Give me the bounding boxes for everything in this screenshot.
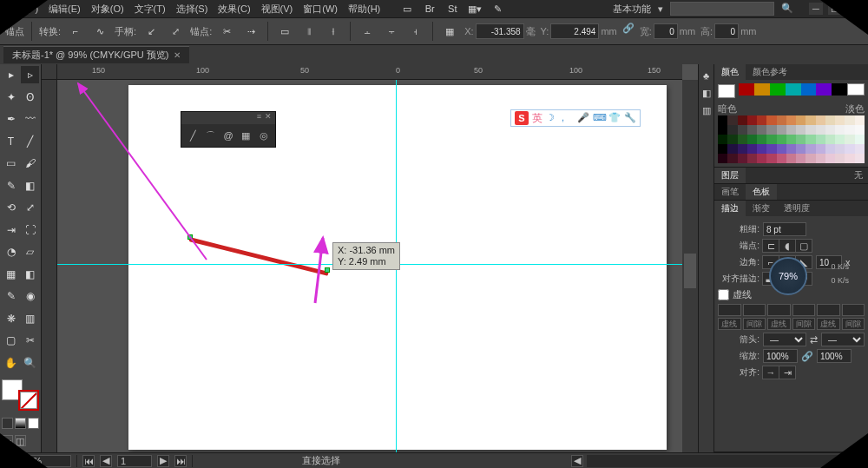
ime-tool-icon[interactable]: 🔧 bbox=[624, 112, 636, 124]
stock-icon[interactable]: St bbox=[443, 0, 462, 18]
dashed-checkbox[interactable] bbox=[718, 289, 729, 300]
swatch-cell[interactable] bbox=[738, 154, 747, 163]
swatch-cell[interactable] bbox=[757, 144, 766, 154]
swatch-cell[interactable] bbox=[747, 125, 757, 135]
stroke-polar-icon[interactable]: ◎ bbox=[258, 129, 270, 142]
stroke-spiral-icon[interactable]: @ bbox=[222, 129, 234, 142]
symbol-spray-tool[interactable]: ❋ bbox=[2, 310, 20, 327]
scroll-left-button[interactable]: ◀ bbox=[571, 455, 583, 467]
handle-hide-icon[interactable]: ⤢ bbox=[166, 22, 185, 41]
canvas-area[interactable]: 150 100 50 0 50 100 150 ≡✕ ╱ ⌒ @ ▦ ◎ bbox=[42, 64, 698, 452]
swatch-cell[interactable] bbox=[825, 115, 835, 125]
swatch-cell[interactable] bbox=[718, 135, 727, 144]
swatch-cell[interactable] bbox=[825, 154, 835, 163]
swatch-cell[interactable] bbox=[816, 135, 825, 144]
convert-corner-icon[interactable]: ⌐ bbox=[66, 22, 85, 41]
anchor-point-end[interactable] bbox=[325, 267, 330, 273]
remove-anchor-icon[interactable]: ✂ bbox=[217, 22, 236, 41]
ime-skin-icon[interactable]: 👕 bbox=[608, 112, 621, 124]
cap-square-icon[interactable]: ▢ bbox=[795, 239, 812, 253]
swatch-cell[interactable] bbox=[796, 154, 806, 163]
swatch-cell[interactable] bbox=[747, 144, 757, 154]
swatch-cell[interactable] bbox=[777, 154, 786, 163]
swatch-cell[interactable] bbox=[825, 135, 835, 144]
none-mode-icon[interactable] bbox=[28, 418, 39, 429]
slice-tool[interactable]: ✂ bbox=[21, 332, 39, 349]
selection-tool[interactable]: ▸ bbox=[2, 66, 20, 83]
swatch-cell[interactable] bbox=[845, 144, 854, 154]
swatch-cell[interactable] bbox=[816, 115, 825, 125]
arrange-icon[interactable]: ▦▾ bbox=[465, 0, 484, 18]
swatch-cell[interactable] bbox=[757, 125, 766, 135]
align-h-icon[interactable]: ⫴ bbox=[299, 22, 319, 41]
eraser-tool[interactable]: ◧ bbox=[21, 177, 39, 194]
menu-help[interactable]: 帮助(H) bbox=[348, 3, 380, 16]
properties-icon[interactable]: ▥ bbox=[700, 104, 713, 116]
link-scale-icon[interactable]: 🔗 bbox=[801, 351, 813, 362]
arrow-inside-icon[interactable]: ⇥ bbox=[779, 366, 796, 379]
swatch-cell[interactable] bbox=[727, 144, 737, 154]
swatch-cell[interactable] bbox=[727, 154, 737, 163]
libraries-icon[interactable]: ♣ bbox=[700, 69, 713, 82]
ime-keyboard-icon[interactable]: ⌨ bbox=[593, 112, 605, 124]
lasso-tool[interactable]: ʘ bbox=[21, 89, 39, 106]
swatch-cell[interactable] bbox=[777, 144, 786, 154]
scrollbar-vertical[interactable] bbox=[682, 80, 698, 452]
y-input[interactable] bbox=[550, 23, 599, 39]
close-tab-icon[interactable]: ✕ bbox=[174, 50, 181, 60]
swap-arrows-icon[interactable]: ⇄ bbox=[810, 334, 818, 346]
swatch-cell[interactable] bbox=[845, 125, 854, 135]
line-tool[interactable]: ╱ bbox=[21, 133, 39, 150]
rotate-tool[interactable]: ⟲ bbox=[2, 199, 20, 216]
document-tab[interactable]: 未标题-1* @ 99% (CMYK/GPU 预览) ✕ bbox=[3, 46, 189, 63]
swatch-cell[interactable] bbox=[825, 125, 835, 135]
dash-inputs[interactable] bbox=[718, 304, 865, 316]
swatch-cell[interactable] bbox=[718, 115, 727, 125]
align-right-icon[interactable]: ⫞ bbox=[406, 22, 425, 41]
ruler-vertical[interactable] bbox=[42, 80, 57, 452]
swatch-cell[interactable] bbox=[757, 115, 766, 125]
swatch-cell[interactable] bbox=[766, 144, 776, 154]
swatch-cell[interactable] bbox=[786, 144, 796, 154]
color-icon[interactable]: ◧ bbox=[700, 87, 713, 99]
stroke-grid-icon[interactable]: ▦ bbox=[240, 129, 252, 142]
swatch-cell[interactable] bbox=[806, 125, 815, 135]
swatch-cell[interactable] bbox=[816, 125, 825, 135]
transform-ref-icon[interactable]: ▦ bbox=[440, 22, 459, 41]
mesh-tool[interactable]: ▦ bbox=[2, 266, 20, 283]
shaper-tool[interactable]: ✎ bbox=[2, 177, 20, 194]
menu-effect[interactable]: 效果(C) bbox=[218, 3, 250, 16]
swatch-cell[interactable] bbox=[757, 154, 766, 163]
ime-moon-icon[interactable]: ☽ bbox=[546, 112, 558, 124]
tab-color-guide[interactable]: 颜色参考 bbox=[746, 64, 794, 80]
connect-anchor-icon[interactable]: ⇢ bbox=[241, 22, 260, 41]
swatch-cell[interactable] bbox=[777, 115, 786, 125]
swatch-cell[interactable] bbox=[738, 135, 747, 144]
swatch-cell[interactable] bbox=[747, 135, 757, 144]
tab-swatches[interactable]: 色板 bbox=[746, 184, 777, 200]
swatch-cell[interactable] bbox=[835, 144, 845, 154]
swatch-cell[interactable] bbox=[718, 144, 727, 154]
link-wh-icon[interactable]: 🔗 bbox=[622, 23, 635, 40]
paintbrush-tool[interactable]: 🖌 bbox=[21, 155, 39, 172]
convert-smooth-icon[interactable]: ∿ bbox=[90, 22, 109, 41]
next-artboard-button[interactable]: ▶ bbox=[157, 455, 169, 467]
pen-tool[interactable]: ✒ bbox=[2, 110, 20, 128]
x-input[interactable] bbox=[476, 23, 524, 39]
curvature-tool[interactable]: 〰 bbox=[21, 110, 39, 128]
swatch-cell[interactable] bbox=[855, 154, 865, 163]
eyedropper-tool[interactable]: ✎ bbox=[2, 287, 20, 305]
swatch-cell[interactable] bbox=[855, 135, 865, 144]
tab-brushes[interactable]: 画笔 bbox=[714, 184, 746, 200]
free-transform-tool[interactable]: ⛶ bbox=[21, 221, 39, 239]
scale-end-input[interactable] bbox=[817, 349, 852, 363]
anchor-point-start[interactable] bbox=[187, 234, 193, 240]
direct-selection-tool[interactable]: ▹ bbox=[21, 66, 39, 83]
arrow-end-select[interactable]: — bbox=[821, 333, 865, 346]
rectangle-tool[interactable]: ▭ bbox=[2, 155, 20, 172]
path-stroke[interactable] bbox=[188, 237, 328, 276]
stroke-straight-icon[interactable]: ╱ bbox=[187, 129, 199, 142]
ime-mode-label[interactable]: 英 bbox=[532, 111, 542, 126]
swatch-cell[interactable] bbox=[777, 135, 786, 144]
swatch-cell[interactable] bbox=[757, 135, 766, 144]
